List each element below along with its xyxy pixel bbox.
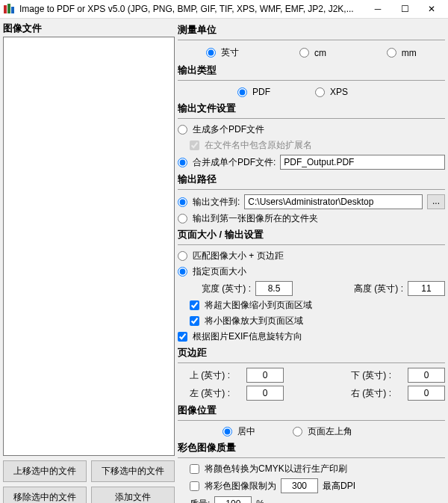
margin-bottom-input[interactable] [408, 368, 445, 383]
svg-rect-1 [7, 4, 10, 13]
browse-button[interactable]: ... [427, 194, 445, 209]
center-radio[interactable]: 居中 [223, 425, 255, 438]
dpi-input[interactable] [281, 478, 318, 493]
output-xps-radio[interactable]: XPS [315, 87, 348, 97]
image-files-title: 图像文件 [3, 22, 175, 35]
minimize-button[interactable]: ─ [364, 0, 391, 18]
out-type-title: 输出类型 [178, 64, 445, 77]
add-button[interactable]: 添加文件 [91, 487, 175, 503]
maximize-button[interactable]: ☐ [391, 0, 418, 18]
remove-button[interactable]: 移除选中的文件 [3, 487, 87, 503]
merge-pdf-radio[interactable]: 合并成单个PDF文件: [178, 156, 276, 169]
dpi-label: 最高DPI [323, 480, 355, 493]
shrink-check[interactable]: 将超大图像缩小到页面区域 [190, 297, 445, 313]
close-button[interactable]: ✕ [418, 0, 445, 18]
multi-pdf-radio[interactable]: 生成多个PDF文件 [178, 122, 445, 138]
include-ext-check: 在文件名中包含原始扩展名 [190, 138, 445, 153]
title-text: Image to PDF or XPS v5.0 (JPG, PNG, BMP,… [19, 4, 364, 14]
margin-right-label: 右 (英寸) : [351, 387, 403, 400]
match-image-radio[interactable]: 匹配图像大小 + 页边距 [178, 248, 445, 264]
move-up-button[interactable]: 上移选中的文件 [3, 460, 87, 482]
cmyk-check[interactable]: 将颜色转换为CMYK以进行生产印刷 [190, 461, 445, 477]
quality-label: 质量: [190, 498, 210, 504]
color-title: 彩色图像质量 [178, 441, 445, 454]
margin-left-label: 左 (英寸) : [190, 387, 242, 400]
titlebar: Image to PDF or XPS v5.0 (JPG, PNG, BMP,… [0, 0, 448, 19]
first-image-folder-radio[interactable]: 输出到第一张图像所在的文件夹 [178, 211, 445, 226]
img-pos-title: 图像位置 [178, 404, 445, 417]
image-files-list[interactable] [3, 37, 175, 456]
output-pdf-radio[interactable]: PDF [237, 87, 270, 97]
move-down-button[interactable]: 下移选中的文件 [91, 460, 175, 482]
dpi-limit-check[interactable]: 将彩色图像限制为 [190, 480, 276, 493]
output-path-input[interactable] [244, 194, 423, 209]
quality-input[interactable] [214, 496, 252, 503]
margin-top-input[interactable] [246, 368, 284, 383]
specify-size-radio[interactable]: 指定页面大小 [178, 264, 445, 280]
margin-top-label: 上 (英寸) : [190, 369, 242, 382]
page-size-title: 页面大小 / 输出设置 [178, 228, 445, 241]
output-filename-input[interactable] [280, 155, 445, 170]
exif-check[interactable]: 根据图片EXIF信息旋转方向 [178, 329, 445, 345]
margin-right-input[interactable] [408, 386, 445, 401]
svg-rect-2 [11, 7, 14, 13]
height-label: 高度 (英寸) : [354, 283, 403, 295]
svg-rect-0 [4, 5, 7, 13]
margin-left-input[interactable] [246, 386, 284, 401]
margins-title: 页边距 [178, 346, 445, 359]
out-file-title: 输出文件设置 [178, 102, 445, 115]
unit-cm-radio[interactable]: cm [299, 48, 326, 58]
unit-title: 测量单位 [178, 23, 445, 37]
enlarge-check[interactable]: 将小图像放大到页面区域 [190, 313, 445, 329]
topleft-radio[interactable]: 页面左上角 [293, 425, 352, 438]
unit-mm-radio[interactable]: mm [387, 48, 417, 58]
output-to-radio[interactable]: 输出文件到: [178, 196, 240, 209]
app-icon [3, 3, 15, 15]
margin-bottom-label: 下 (英寸) : [351, 369, 403, 382]
pct-label: % [256, 499, 264, 503]
width-label: 宽度 (英寸) : [202, 283, 251, 295]
out-path-title: 输出路径 [178, 173, 445, 186]
width-input[interactable] [255, 281, 293, 296]
unit-inch-radio[interactable]: 英寸 [206, 46, 239, 59]
height-input[interactable] [408, 281, 445, 296]
